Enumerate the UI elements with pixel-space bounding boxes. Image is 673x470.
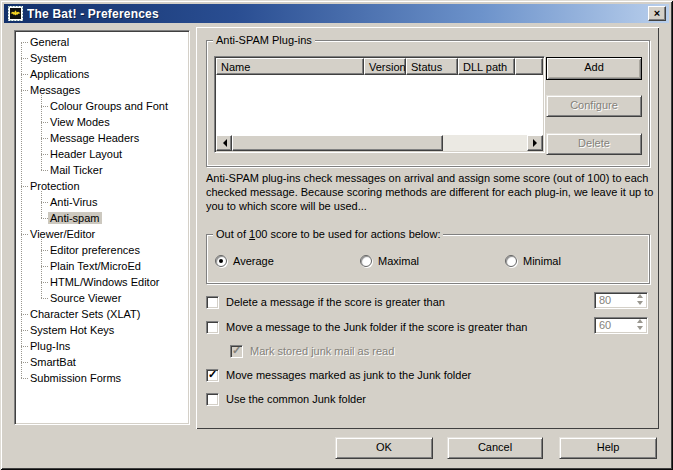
spinner-value: 80 xyxy=(595,293,632,308)
sidebar-item-anti-virus[interactable]: Anti-Virus xyxy=(15,194,189,210)
tree: General System Applications Messages Col… xyxy=(15,31,189,424)
anti-spam-settings-page: Anti-SPAM Plug-ins Name Version Status D… xyxy=(196,27,659,429)
sidebar-item-message-headers[interactable]: Message Headers xyxy=(15,130,189,146)
radio-button-icon[interactable] xyxy=(360,255,372,267)
sidebar-item-system[interactable]: System xyxy=(15,50,189,66)
checkbox-icon[interactable] xyxy=(206,321,219,334)
scrollbar-track[interactable] xyxy=(443,135,527,151)
spin-up-icon[interactable] xyxy=(637,291,643,298)
radio-button-icon[interactable] xyxy=(505,255,517,267)
ok-button[interactable]: OK xyxy=(335,437,433,459)
scrollbar-thumb[interactable] xyxy=(232,135,443,151)
sidebar-item-source-viewer[interactable]: Source Viewer xyxy=(15,290,189,306)
cancel-button[interactable]: Cancel xyxy=(447,437,543,459)
sidebar-item-html-windows-editor[interactable]: HTML/Windows Editor xyxy=(15,274,189,290)
spinner-value: 60 xyxy=(595,318,632,333)
column-header-filler xyxy=(515,58,543,75)
sidebar-item-anti-spam[interactable]: Anti-spam xyxy=(15,210,189,226)
radio-maximal[interactable]: Maximal xyxy=(360,254,419,268)
arrow-left-icon xyxy=(219,139,227,147)
sidebar-item-plain-text-microed[interactable]: Plain Text/MicroEd xyxy=(15,258,189,274)
radio-button-icon[interactable] xyxy=(215,255,227,267)
scroll-left-button[interactable] xyxy=(216,135,232,151)
preferences-dialog: The Bat! - Preferences × General System … xyxy=(0,0,673,470)
sidebar-item-character-sets[interactable]: Character Sets (XLAT) xyxy=(15,306,189,322)
plugins-list[interactable]: Name Version Status DLL path xyxy=(214,56,545,153)
column-header-dll-path[interactable]: DLL path xyxy=(458,58,515,75)
checkbox-icon[interactable] xyxy=(206,369,219,382)
plugins-list-header: Name Version Status DLL path xyxy=(216,58,543,75)
plugins-list-body[interactable] xyxy=(216,75,543,135)
sidebar-item-colour-groups-and-font[interactable]: Colour Groups and Font xyxy=(15,98,189,114)
checkbox-delete-message[interactable]: Delete a message if the score is greater… xyxy=(206,294,445,310)
checkbox-mark-junk-read[interactable]: Mark stored junk mail as read xyxy=(230,343,394,359)
spin-up-icon[interactable] xyxy=(637,316,643,323)
horizontal-scrollbar[interactable] xyxy=(216,135,543,151)
group-title: Anti-SPAM Plug-ins xyxy=(213,33,315,47)
sidebar-item-applications[interactable]: Applications xyxy=(15,66,189,82)
sidebar-item-editor-preferences[interactable]: Editor preferences xyxy=(15,242,189,258)
column-header-name[interactable]: Name xyxy=(216,58,364,75)
arrow-right-icon xyxy=(533,139,541,147)
sidebar-item-protection[interactable]: Protection xyxy=(15,178,189,194)
delete-button[interactable]: Delete xyxy=(546,133,642,155)
configure-button[interactable]: Configure xyxy=(546,95,642,117)
checkbox-common-junk-folder[interactable]: Use the common Junk folder xyxy=(206,391,366,407)
spin-down-icon[interactable] xyxy=(637,301,643,308)
checkbox-move-marked-junk[interactable]: Move messages marked as junk to the Junk… xyxy=(206,367,471,383)
titlebar[interactable]: The Bat! - Preferences × xyxy=(4,4,669,23)
checkbox-icon[interactable] xyxy=(206,393,219,406)
spinner-buttons[interactable] xyxy=(632,293,647,308)
sidebar-item-messages[interactable]: Messages xyxy=(15,82,189,98)
sidebar-item-general[interactable]: General xyxy=(15,34,189,50)
sidebar-item-view-modes[interactable]: View Modes xyxy=(15,114,189,130)
sidebar-item-mail-ticker[interactable]: Mail Ticker xyxy=(15,162,189,178)
sidebar-item-header-layout[interactable]: Header Layout xyxy=(15,146,189,162)
app-bat-icon xyxy=(8,6,23,21)
sidebar-item-viewer-editor[interactable]: Viewer/Editor xyxy=(15,226,189,242)
spinner-buttons[interactable] xyxy=(632,318,647,333)
column-header-status[interactable]: Status xyxy=(406,58,458,75)
checkbox-icon xyxy=(230,345,243,358)
add-button[interactable]: Add xyxy=(546,57,642,80)
radio-minimal[interactable]: Minimal xyxy=(505,254,561,268)
group-title: Out of 100 score to be used for actions … xyxy=(213,227,443,241)
sidebar-item-system-hot-keys[interactable]: System Hot Keys xyxy=(15,322,189,338)
sidebar-item-plug-ins[interactable]: Plug-Ins xyxy=(15,338,189,354)
column-header-version[interactable]: Version xyxy=(364,58,406,75)
anti-spam-description: Anti-SPAM plug-ins check messages on arr… xyxy=(206,171,656,213)
checkbox-move-to-junk[interactable]: Move a message to the Junk folder if the… xyxy=(206,319,527,335)
scroll-right-button[interactable] xyxy=(527,135,543,151)
window-title: The Bat! - Preferences xyxy=(27,7,648,21)
sidebar-item-submission-forms[interactable]: Submission Forms xyxy=(15,370,189,386)
close-button[interactable]: × xyxy=(648,6,666,21)
sidebar-item-smartbat[interactable]: SmartBat xyxy=(15,354,189,370)
help-button[interactable]: Help xyxy=(559,437,657,459)
preferences-nav-tree[interactable]: General System Applications Messages Col… xyxy=(14,30,190,425)
delete-score-spinner[interactable]: 80 xyxy=(594,292,648,309)
checkbox-icon[interactable] xyxy=(206,296,219,309)
radio-average[interactable]: Average xyxy=(215,254,274,268)
spin-down-icon[interactable] xyxy=(637,326,643,333)
junk-score-spinner[interactable]: 60 xyxy=(594,317,648,334)
